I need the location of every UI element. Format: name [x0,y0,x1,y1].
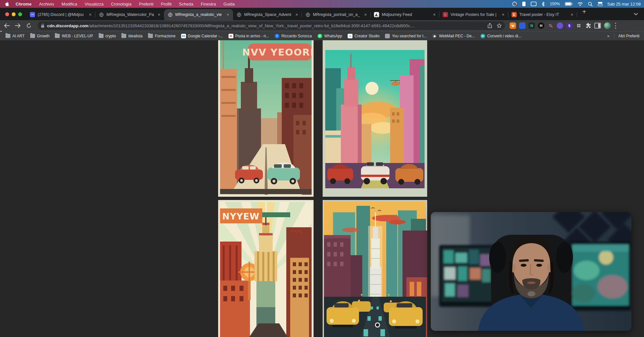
wifi-icon[interactable] [577,2,583,6]
menubar-clock[interactable]: Sab 25 mar 12:08 [607,2,641,6]
extension-pink-key-icon[interactable] [547,22,554,29]
bookmark-star-icon[interactable] [497,23,502,28]
chrome-tabstrip: (2765) Discord | @Midjou × MRregista_Wat… [0,8,644,20]
menu-cronologia[interactable]: Cronologia [111,2,131,6]
folder-icon [6,34,10,38]
apple-logo-icon[interactable] [5,1,10,6]
bluetooth-icon[interactable] [541,2,545,6]
url-domain: cdn.discordapp.com [47,23,88,28]
menu-archivio[interactable]: Archivio [39,2,54,6]
tab-vintage-posters[interactable]: Vintage Posters for Sale | × [440,9,508,20]
bookmark-folder-growth[interactable]: Growth [30,34,50,38]
menu-guida[interactable]: Guida [223,2,235,6]
control-center-icon[interactable] [598,2,603,6]
spotlight-search-icon[interactable] [588,2,593,6]
tab-close-icon[interactable]: × [569,12,575,17]
new-tab-button[interactable]: + [582,8,586,16]
extension-purple-icon[interactable] [557,22,563,29]
back-button[interactable] [3,21,11,30]
tab-close-icon[interactable]: × [432,12,437,17]
extensions-puzzle-icon[interactable] [585,22,591,29]
address-bar[interactable]: cdn.discordapp.com/attachments/101351233… [38,21,505,30]
tab-search-chevron-icon[interactable] [634,13,638,16]
close-window-button[interactable] [5,12,9,16]
battery-icon[interactable] [565,2,573,6]
poster-title: NVV YEOORE [242,47,314,58]
extension-blue-icon[interactable] [519,22,526,29]
share-icon[interactable] [488,23,492,28]
meta-icon: ∞ [348,34,353,38]
converter-icon: ⟳ [480,34,485,38]
bookmark-you-searched[interactable]: You searched for I... [385,34,427,38]
menu-scheda[interactable]: Scheda [179,2,193,6]
tab-midjourney-feed[interactable]: Midjourney Feed × [371,9,440,20]
other-bookmarks-button[interactable]: Altri Preferiti [618,34,639,38]
tab-close-icon[interactable]: × [501,12,506,17]
bookmarks-overflow-button[interactable]: » [607,33,609,38]
chrome-toolbar: cdn.discordapp.com/attachments/101351233… [0,20,644,31]
tab-close-icon[interactable]: × [294,12,299,17]
tab-close-icon[interactable]: × [225,12,230,17]
tab-label: Travel poster - Etsy IT [519,12,569,17]
macos-menubar: Chrome Archivio Modifica Visualizza Cron… [0,0,644,8]
menu-profili[interactable]: Profili [161,2,172,6]
poster-bottom-right[interactable] [323,200,427,337]
tab-label: Midjourney Feed [382,12,432,17]
poster-bottom-left[interactable]: NYYEW [218,200,314,337]
menu-finestra[interactable]: Finestra [201,2,216,6]
gmail-icon: M [229,34,233,38]
bookmark-creator-studio[interactable]: ∞Creator Studio [348,34,379,38]
bookmark-converti-video[interactable]: ⟳Converti i video di... [480,34,521,38]
bookmark-webmail-pec[interactable]: ◆WebMail PEC - De... [432,34,475,38]
tab-close-icon[interactable]: × [88,12,93,17]
side-panel-icon[interactable] [594,23,601,29]
tab-watercolor[interactable]: MRregista_Watercolor_Pa × [95,9,164,20]
tab-portrait[interactable]: MRregista_portrait_on_a_ × [302,9,371,20]
tab-close-icon[interactable]: × [156,12,162,17]
menu-visualizza[interactable]: Visualizza [85,2,104,6]
bookmark-facebook[interactable]: fRiccardo Scrocca [275,34,312,38]
forward-button[interactable] [14,21,22,30]
bookmark-folder-formazione[interactable]: Formazione [148,34,175,38]
tab-label: MRregista_Space_Advent [244,12,294,17]
bookmark-folder-web-level-up[interactable]: WEB - LEVEL-UP [55,34,93,38]
bookmark-folder-idealista[interactable]: idealista [121,34,142,38]
menu-chrome[interactable]: Chrome [16,2,31,6]
screen-record-icon[interactable] [512,1,517,6]
bookmark-google-calendar[interactable]: 31Google Calendar -... [181,34,223,38]
zoom-window-button[interactable] [18,12,22,16]
display-icon[interactable] [531,2,537,6]
bookmark-gmail[interactable]: MPosta in arrivo - ri... [229,34,269,38]
menu-preferiti[interactable]: Preferiti [139,2,154,6]
chrome-menu-kebab-icon[interactable] [615,23,616,29]
globe-favicon-icon [305,12,310,17]
profile-avatar[interactable] [604,22,611,29]
reload-button[interactable] [25,21,33,30]
tab-discord[interactable]: (2765) Discord | @Midjou × [27,9,95,20]
lock-icon [41,23,44,28]
window-controls [5,12,22,16]
bookmark-whatsapp[interactable]: ✆WhatsApp [317,34,342,38]
midjourney-favicon-icon [374,12,379,17]
tab-realistic-view-active[interactable]: MRregista_a_realistic_vie × [164,9,233,20]
tab-space-adventure[interactable]: MRregista_Space_Advent × [233,9,302,20]
facebook-icon: f [275,34,279,38]
bookmark-folder-crypto[interactable]: crypto [99,34,116,38]
tab-close-icon[interactable]: × [363,12,368,17]
extension-purple-5-icon[interactable]: 5 [566,22,573,29]
poster-top-left[interactable]: NVV YEOORE [218,40,314,197]
bookmark-folder-ai-art[interactable]: AI ART [6,34,25,38]
tab-etsy[interactable]: E Travel poster - Etsy IT × [508,9,577,20]
url-text: cdn.discordapp.com/attachments/101351233… [47,23,484,28]
minimize-window-button[interactable] [12,12,16,16]
poster-top-right[interactable] [323,40,427,197]
extension-orange-fox-icon[interactable] [510,22,516,29]
extension-black-h-icon[interactable]: H [538,22,544,29]
menu-modifica[interactable]: Modifica [61,2,77,6]
extension-green-n-icon[interactable]: N [528,22,535,29]
vintage-posters-favicon-icon [443,12,448,17]
device-mirror-icon[interactable] [522,1,526,6]
extension-gray-grid-icon[interactable] [576,22,582,29]
webcam-overlay[interactable] [431,212,631,331]
tab-label: Vintage Posters for Sale | [451,12,501,17]
